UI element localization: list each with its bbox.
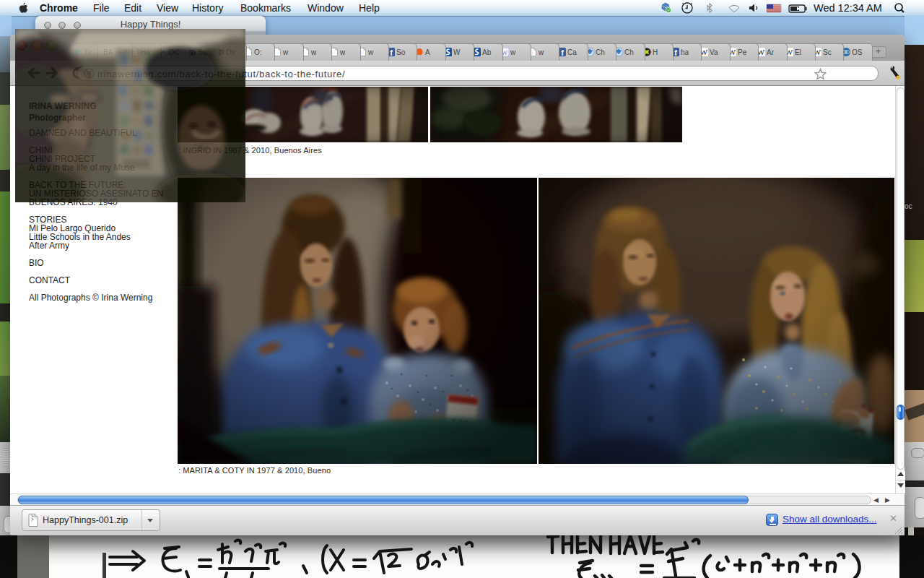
svg-text:f: f — [390, 48, 393, 57]
svg-text:f: f — [561, 48, 564, 57]
svg-text:f: f — [674, 48, 677, 57]
svg-text:Wed 12:34 AM: Wed 12:34 AM — [814, 2, 882, 14]
